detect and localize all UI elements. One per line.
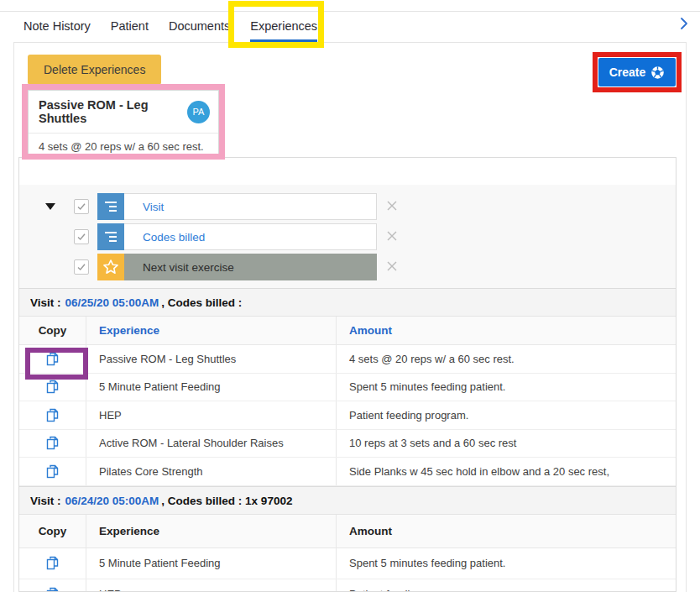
star-icon: [97, 254, 124, 280]
table-row[interactable]: HEP Patient feeding program.: [19, 401, 676, 430]
experience-cell: HEP: [86, 401, 337, 429]
visit-checkbox[interactable]: [74, 199, 89, 214]
delete-experiences-button[interactable]: Delete Experiences: [28, 55, 161, 85]
experience-cell: Passive ROM - Leg Shuttles: [86, 345, 337, 373]
column-header-copy: Copy: [19, 317, 86, 344]
filter-item-codes-billed[interactable]: Codes billed: [97, 223, 377, 250]
filter-item-label: Visit: [124, 193, 377, 220]
avatar: PA: [187, 101, 210, 123]
experience-cell: Active ROM - Lateral Shoulder Raises: [86, 430, 337, 458]
amount-cell: 4 sets @ 20 reps w/ a 60 sec rest.: [337, 345, 676, 373]
group-header-prefix: Visit :: [30, 296, 61, 309]
column-header-amount[interactable]: Amount: [337, 317, 676, 344]
copy-icon[interactable]: [44, 351, 60, 367]
caret-down-icon[interactable]: [45, 203, 55, 210]
copy-icon[interactable]: [44, 555, 60, 571]
tab-experiences[interactable]: Experiences: [250, 11, 317, 42]
experience-card-title: Passive ROM - Leg Shuttles: [39, 98, 180, 125]
amount-cell: Spent 5 minutes feeding patient.: [337, 374, 676, 401]
column-header-experience[interactable]: Experience: [86, 317, 337, 344]
amount-cell: Patient feeding program.: [337, 579, 676, 592]
codes-billed-checkbox[interactable]: [74, 229, 89, 244]
copy-icon[interactable]: [44, 407, 60, 423]
visit-date-link[interactable]: 06/24/20 05:00AM: [65, 495, 159, 507]
copy-icon[interactable]: [44, 435, 60, 451]
remove-filter-icon[interactable]: [385, 259, 400, 275]
experience-cell: 5 Minute Patient Feeding: [86, 548, 337, 579]
grid-toolbar: [19, 158, 676, 185]
visit-date-link[interactable]: 06/25/20 05:00AM: [65, 296, 159, 309]
remove-filter-icon[interactable]: [385, 229, 400, 244]
experiences-grid: Visit Codes billed: [18, 157, 676, 592]
table-header-row: Copy Experience Amount: [19, 515, 676, 548]
experiences-page: Note History Patient Documents Experienc…: [0, 0, 700, 592]
chevron-right-icon[interactable]: [676, 16, 692, 31]
experience-card-header: Passive ROM - Leg Shuttles PA: [29, 91, 218, 133]
create-button-label: Create: [609, 65, 646, 79]
group-header-suffix: , Codes billed : 1x 97002: [161, 495, 292, 507]
column-header-amount[interactable]: Amount: [337, 515, 676, 547]
amount-cell: Side Planks w 45 sec hold in elbow and a…: [337, 458, 676, 485]
copy-icon[interactable]: [44, 379, 60, 395]
soccer-ball-icon: [650, 65, 665, 80]
filter-row-next-visit-exercise: Next visit exercise: [19, 254, 676, 280]
experience-card[interactable]: Passive ROM - Leg Shuttles PA 4 sets @ 2…: [28, 90, 219, 160]
next-visit-exercise-checkbox[interactable]: [74, 259, 89, 275]
experience-card-subtitle: 4 sets @ 20 reps w/ a 60 sec rest.: [29, 133, 218, 160]
table-row[interactable]: Passive ROM - Leg Shuttles 4 sets @ 20 r…: [19, 345, 676, 374]
filter-area: Visit Codes billed: [19, 185, 676, 288]
table-row[interactable]: HEP Patient feeding program.: [19, 579, 676, 592]
create-button[interactable]: Create: [598, 58, 676, 86]
filter-item-label: Next visit exercise: [124, 254, 377, 280]
remove-filter-icon[interactable]: [385, 199, 400, 214]
table-row[interactable]: 5 Minute Patient Feeding Spent 5 minutes…: [19, 548, 676, 579]
tab-patient[interactable]: Patient: [111, 11, 149, 42]
tab-note-history[interactable]: Note History: [24, 11, 91, 42]
column-header-experience[interactable]: Experience: [86, 515, 337, 547]
tab-documents[interactable]: Documents: [169, 11, 230, 42]
copy-icon[interactable]: [44, 464, 60, 479]
filter-row-visit: Visit: [19, 193, 676, 220]
visit-group-header: Visit :06/25/20 05:00AM, Codes billed :: [19, 288, 676, 317]
table-row[interactable]: Pilates Core Strength Side Planks w 45 s…: [19, 458, 676, 486]
amount-cell: Spent 5 minutes feeding patient.: [337, 548, 676, 579]
filter-item-label: Codes billed: [124, 223, 377, 250]
column-header-copy: Copy: [19, 515, 86, 547]
visit-group-header: Visit :06/24/20 05:00AM, Codes billed : …: [19, 486, 676, 515]
experience-cell: 5 Minute Patient Feeding: [86, 374, 337, 401]
experience-cell: Pilates Core Strength: [86, 458, 337, 485]
filter-item-visit[interactable]: Visit: [97, 193, 377, 220]
table-row[interactable]: Active ROM - Lateral Shoulder Raises 10 …: [19, 430, 676, 458]
group-header-prefix: Visit :: [30, 495, 61, 507]
list-icon: [97, 193, 124, 220]
copy-icon[interactable]: [44, 586, 60, 592]
filter-row-codes-billed: Codes billed: [19, 223, 676, 250]
tab-bar: Note History Patient Documents Experienc…: [24, 11, 317, 42]
amount-cell: Patient feeding program.: [337, 401, 676, 429]
amount-cell: 10 reps at 3 sets and a 60 sec rest: [337, 430, 676, 458]
table-header-row: Copy Experience Amount: [19, 317, 676, 345]
filter-item-next-visit-exercise[interactable]: Next visit exercise: [97, 254, 377, 280]
table-row[interactable]: 5 Minute Patient Feeding Spent 5 minutes…: [19, 374, 676, 402]
group-header-suffix: , Codes billed :: [161, 296, 242, 309]
list-icon: [97, 223, 124, 250]
experience-cell: HEP: [86, 579, 337, 592]
